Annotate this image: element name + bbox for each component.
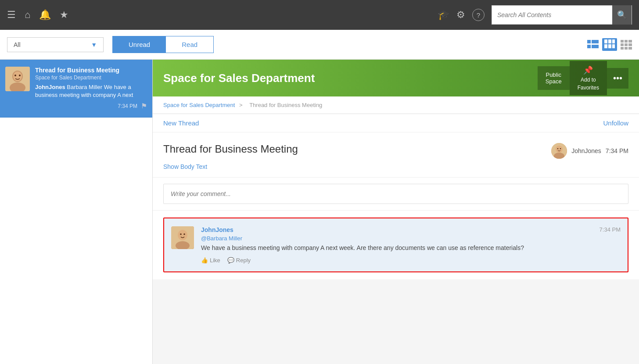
thread-actions-bar: New Thread Unfollow xyxy=(153,114,639,132)
top-nav: ☰ ⌂ 🔔 ★ 🎓 ⚙ ? 🔍 xyxy=(0,0,639,30)
svg-point-31 xyxy=(178,230,187,240)
breadcrumb-thread: Thread for Business Meeting xyxy=(249,102,322,108)
thread-meta: JohnJones 7:34 PM xyxy=(551,143,628,159)
thread-time: 7:34 PM xyxy=(606,147,628,154)
home-icon[interactable]: ⌂ xyxy=(25,9,30,21)
comment-mention[interactable]: @Barbara Miller xyxy=(201,235,621,242)
public-space-button[interactable]: Public Space xyxy=(538,66,570,90)
compact-list-view-icon[interactable] xyxy=(587,40,599,50)
view-toggle xyxy=(587,38,632,51)
graduation-icon[interactable]: 🎓 xyxy=(438,9,449,21)
svg-point-34 xyxy=(183,233,185,235)
svg-rect-3 xyxy=(592,45,599,48)
tab-unread[interactable]: Unread xyxy=(113,36,166,53)
new-thread-link[interactable]: New Thread xyxy=(163,119,199,127)
comment-text: We have a business meeting with company … xyxy=(201,243,621,253)
svg-rect-1 xyxy=(592,40,599,43)
svg-rect-9 xyxy=(612,44,615,48)
add-to-favorites-button[interactable]: 📌 Add to Favorites xyxy=(570,61,607,95)
like-icon: 👍 xyxy=(201,257,208,264)
svg-rect-18 xyxy=(628,47,632,50)
nav-left-icons: ☰ ⌂ 🔔 ★ xyxy=(7,9,438,21)
svg-rect-17 xyxy=(625,47,628,50)
detail-view-icon[interactable] xyxy=(602,38,617,51)
search-icon: 🔍 xyxy=(617,10,627,20)
sidebar-thread-item[interactable]: Thread for Business Meeting Space for Sa… xyxy=(0,60,152,118)
more-options-button[interactable]: ••• xyxy=(607,68,628,89)
thread-content: Thread for Business Meeting JohnJones xyxy=(153,132,639,178)
tab-read[interactable]: Read xyxy=(166,36,213,53)
thread-author: JohnJones xyxy=(571,147,601,154)
space-header: Space for Sales Department Public Space … xyxy=(153,60,639,96)
svg-point-33 xyxy=(180,233,182,235)
reply-icon: 💬 xyxy=(227,257,234,264)
help-icon[interactable]: ? xyxy=(472,9,485,21)
svg-rect-2 xyxy=(587,45,591,48)
comment-timestamp: 7:34 PM xyxy=(600,226,621,233)
comment-item: JohnJones 7:34 PM @Barbara Miller We hav… xyxy=(163,218,628,272)
svg-rect-8 xyxy=(608,44,611,48)
search-bar: 🔍 xyxy=(492,5,632,25)
like-button[interactable]: 👍 Like xyxy=(201,257,220,264)
svg-rect-16 xyxy=(621,47,624,50)
flag-icon[interactable]: ⚑ xyxy=(141,102,147,110)
svg-rect-4 xyxy=(604,39,607,43)
search-input[interactable] xyxy=(492,6,612,24)
avatar-image xyxy=(5,67,30,91)
svg-rect-13 xyxy=(621,43,624,46)
gear-icon[interactable]: ⚙ xyxy=(456,9,465,21)
sidebar-item-content: Thread for Business Meeting Space for Sa… xyxy=(35,67,147,110)
sidebar-item-title: Thread for Business Meeting xyxy=(35,67,147,74)
sidebar-author: JohnJones xyxy=(35,84,65,90)
show-body-text-link[interactable]: Show Body Text xyxy=(163,163,207,170)
add-fav-label2: Favorites xyxy=(578,85,599,91)
star-icon[interactable]: ★ xyxy=(60,9,68,21)
thread-header: Thread for Business Meeting JohnJones xyxy=(163,143,628,159)
bell-icon[interactable]: 🔔 xyxy=(39,9,51,21)
space-header-actions: Public Space 📌 Add to Favorites ••• xyxy=(538,61,628,95)
comment-author-name: JohnJones xyxy=(201,226,621,233)
add-fav-label: Add to xyxy=(581,77,596,83)
sidebar-item-preview: JohnJones Barbara Miller We have a busin… xyxy=(35,83,147,99)
comment-author-avatar xyxy=(171,226,194,249)
filter-label: All xyxy=(14,41,21,48)
filter-bar: All ▼ Unread Read xyxy=(0,30,639,60)
public-space-label2: Space xyxy=(546,78,562,85)
sidebar-item-subtitle: Space for Sales Department xyxy=(35,75,147,81)
dropdown-arrow-icon: ▼ xyxy=(91,41,97,48)
hamburger-icon[interactable]: ☰ xyxy=(7,9,16,21)
sidebar-time: 7:34 PM xyxy=(118,103,137,109)
reply-button[interactable]: 💬 Reply xyxy=(227,257,251,264)
unfollow-link[interactable]: Unfollow xyxy=(603,119,628,127)
thread-title: Thread for Business Meeting xyxy=(163,143,298,155)
svg-rect-0 xyxy=(587,40,591,43)
svg-point-24 xyxy=(19,75,21,76)
svg-rect-7 xyxy=(604,44,607,48)
svg-rect-10 xyxy=(621,40,624,43)
sidebar-item-footer: 7:34 PM ⚑ xyxy=(35,102,147,110)
svg-point-26 xyxy=(556,146,563,153)
comment-actions: 👍 Like 💬 Reply xyxy=(201,257,621,264)
grid-view-icon[interactable] xyxy=(621,40,632,50)
public-space-label: Public xyxy=(546,71,562,78)
tab-group: Unread Read xyxy=(112,36,214,53)
breadcrumb-separator: > xyxy=(239,102,243,108)
comment-section: JohnJones 7:34 PM @Barbara Miller We hav… xyxy=(153,211,639,279)
add-fav-icon: 📌 xyxy=(583,65,593,75)
svg-rect-14 xyxy=(625,43,628,46)
like-label: Like xyxy=(210,257,220,264)
reply-label: Reply xyxy=(236,257,251,264)
sidebar-avatar xyxy=(5,67,30,91)
search-button[interactable]: 🔍 xyxy=(612,5,632,25)
filter-dropdown[interactable]: All ▼ xyxy=(7,37,104,52)
comment-input[interactable] xyxy=(163,184,628,204)
svg-point-23 xyxy=(14,75,16,76)
main-layout: Thread for Business Meeting Space for Sa… xyxy=(0,60,639,364)
sidebar: Thread for Business Meeting Space for Sa… xyxy=(0,60,153,364)
breadcrumb-space-link[interactable]: Space for Sales Department xyxy=(163,102,235,108)
space-title: Space for Sales Department xyxy=(163,71,538,85)
svg-rect-12 xyxy=(628,40,632,43)
comment-input-area xyxy=(153,178,639,211)
breadcrumb: Space for Sales Department > Thread for … xyxy=(153,96,639,114)
more-options-icon: ••• xyxy=(613,73,622,83)
